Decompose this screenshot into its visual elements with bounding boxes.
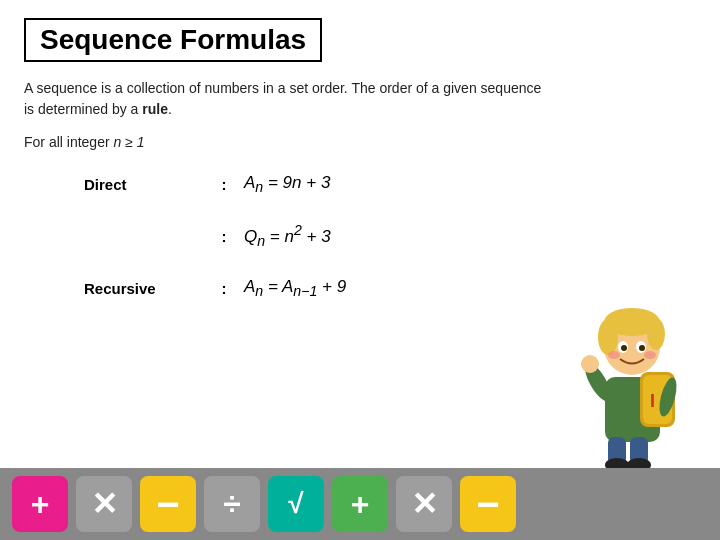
svg-point-12 [608,351,620,359]
icon-multiply-2: ✕ [396,476,452,532]
svg-point-6 [598,319,618,355]
character-illustration: I [570,292,700,472]
svg-text:I: I [650,391,655,411]
svg-point-11 [639,345,645,351]
formula-math-qn: Qn = n2 + 3 [244,222,331,249]
formulas-section: Direct : An = 9n + 3 : Qn = n2 + 3 Recur… [84,168,696,304]
formula-math-recursive: An = An−1 + 9 [244,277,346,299]
page-title: Sequence Formulas [40,24,306,55]
desc-bold: rule [142,101,168,117]
formula-label-direct: Direct [84,176,204,193]
formula-row-qn: : Qn = n2 + 3 [84,220,696,252]
formula-row-direct: Direct : An = 9n + 3 [84,168,696,200]
main-content: Sequence Formulas A sequence is a collec… [0,0,720,304]
description: A sequence is a collection of numbers in… [24,78,696,120]
integer-line: For all integer n ≥ 1 [24,134,696,150]
icon-minus-2: − [460,476,516,532]
icon-plus-1: + [12,476,68,532]
formula-colon-1: : [204,228,244,245]
svg-point-10 [621,345,627,351]
icon-minus-1: − [140,476,196,532]
formula-label-recursive: Recursive [84,280,204,297]
bottom-bar: + ✕ − ÷ √ + ✕ − [0,468,720,540]
desc-line2: is determined by a [24,101,142,117]
icon-plus-2: + [332,476,388,532]
icon-multiply-1: ✕ [76,476,132,532]
formula-math-direct: An = 9n + 3 [244,173,330,195]
character-svg: I [570,292,700,472]
icon-divide-1: ÷ [204,476,260,532]
svg-point-13 [644,351,656,359]
svg-point-7 [647,318,665,350]
formula-colon-0: : [204,176,244,193]
title-box: Sequence Formulas [24,18,322,62]
icon-sqrt-1: √ [268,476,324,532]
formula-colon-2: : [204,280,244,297]
svg-point-15 [581,355,599,373]
desc-line1: A sequence is a collection of numbers in… [24,80,541,96]
